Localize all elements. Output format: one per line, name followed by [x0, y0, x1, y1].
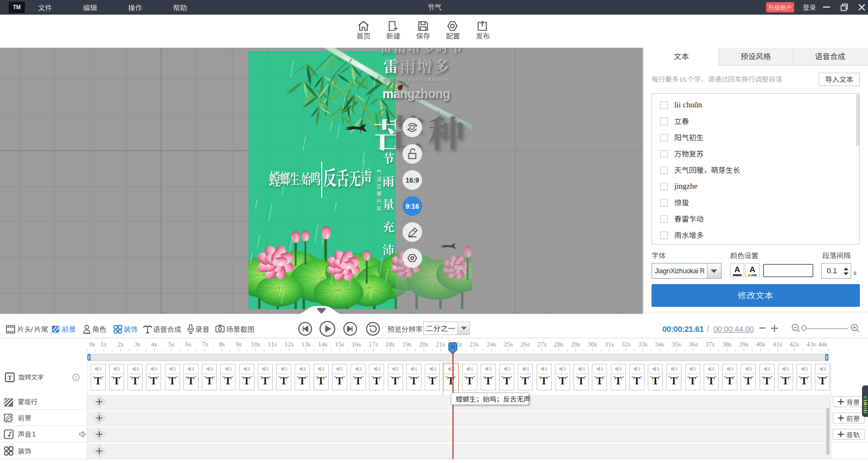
svg-text:T: T: [8, 374, 12, 382]
svg-text:16:9: 16:9: [405, 177, 419, 184]
svg-text:?: ?: [74, 375, 77, 381]
svg-text:9:16: 9:16: [405, 203, 419, 210]
